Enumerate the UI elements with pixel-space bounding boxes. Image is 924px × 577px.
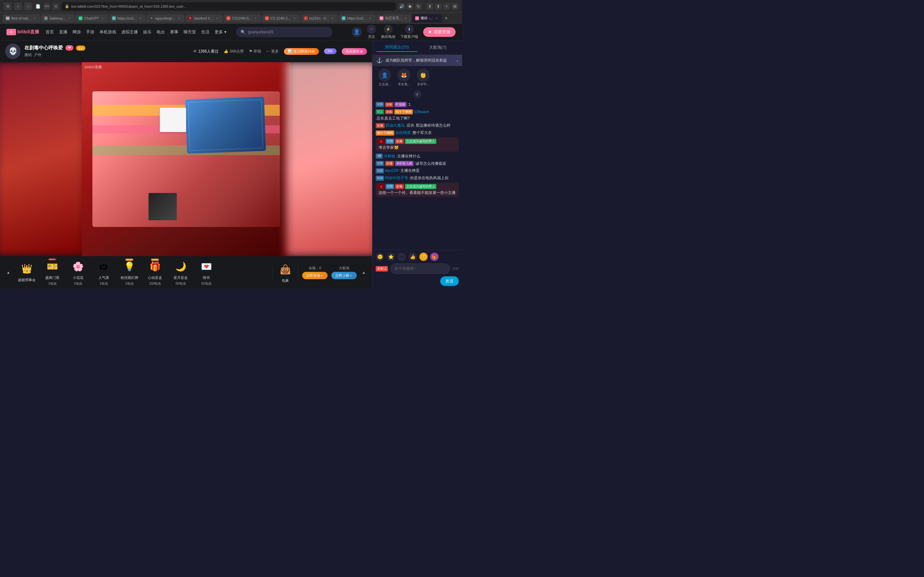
gift-item-heartbox[interactable]: 🎁 首抽 心动盲盒 150电池 — [144, 259, 166, 286]
ranking-badge[interactable]: 📊 生活榜第16名 — [284, 48, 319, 55]
more-options-btn[interactable]: ⋯ 更多 — [266, 49, 279, 54]
nav-radio[interactable]: 电台 — [157, 28, 165, 36]
msg-3-badge: 剧毒 — [376, 123, 384, 128]
audience-item-2[interactable]: 🦊 禾女鬼... — [396, 69, 412, 87]
nav-live[interactable]: 直播 — [59, 28, 67, 36]
chat-toolbar: 🙂 ⭐ ⋯ 👍 😊 🎁 — [376, 253, 459, 261]
nav-home[interactable]: 首页 — [45, 28, 54, 36]
streamer-avatar[interactable]: 💀 — [5, 44, 21, 59]
nav-search[interactable]: 🔍 guanyuhan426 — [236, 27, 333, 37]
tab-bili-live[interactable]: b 搬砖 -... × — [412, 14, 442, 23]
go-live-btn[interactable]: ▶ 我要开播 — [423, 27, 456, 37]
emoji-btn[interactable]: 🙂 — [376, 253, 384, 261]
thumb-up-btn[interactable]: 👍 — [409, 253, 417, 261]
gift-item-ticket[interactable]: 🎫 BLS 盛典门票 1电池 — [41, 259, 63, 286]
tab-close-dongman[interactable]: × — [404, 16, 408, 21]
gift-item-fanlight[interactable]: 💡 首抽 粉丝团灯牌 1电池 — [118, 259, 141, 286]
tab-close-cs224n1[interactable]: × — [254, 16, 258, 21]
refresh-icon[interactable]: ↻ — [415, 3, 422, 10]
user-avatar[interactable]: 👤 — [352, 27, 362, 37]
address-bar[interactable]: 🔒 live.bilibili.com/321?live_from=85001&… — [61, 2, 396, 11]
download-btn[interactable]: ⬇ 下载客户端 — [401, 25, 418, 39]
share-icon[interactable]: ⬆ — [435, 3, 441, 10]
ship-btn[interactable]: 立即上船＞ — [331, 272, 357, 279]
gift-btn[interactable]: 🎁 — [430, 253, 439, 261]
gift-item-popularity[interactable]: 🎟 人气票 1电池 — [92, 259, 115, 286]
tab-close-bed[interactable]: × — [32, 16, 37, 21]
tab-close-cs224n2[interactable]: × — [292, 16, 297, 21]
tab-stanford[interactable]: S Stanford C... × — [185, 14, 223, 23]
tab-close-cs2-2[interactable]: × — [368, 16, 373, 21]
bili-logo[interactable]: B bilibili直播 — [6, 29, 39, 35]
more-tools-btn[interactable]: ⋯ — [397, 253, 406, 261]
nav-phone-game[interactable]: 手游 — [86, 28, 94, 36]
first-draw-badge-2: 首抽 — [151, 259, 159, 261]
gift-scroll-down[interactable]: ▲ — [360, 269, 367, 276]
prize-badge[interactable]: 高高额奖金 — [342, 48, 367, 55]
msg-8-content: V10 wyu229 :主播在烤蛋 — [376, 168, 420, 173]
report-btn[interactable]: ⚑ 举报 — [249, 49, 261, 54]
audience-item-1[interactable]: 👤 立志成... — [376, 69, 393, 87]
reader-icon[interactable]: ≡ — [53, 3, 59, 10]
tab-close-nguyn[interactable]: × — [177, 16, 181, 21]
nav-more[interactable]: 更多 ▾ — [215, 28, 226, 36]
new-tab-icon[interactable]: + — [443, 3, 450, 10]
forward-btn[interactable]: › — [24, 3, 32, 10]
gift-item-moonbox[interactable]: 🌙 星月盲盒 50电池 — [170, 259, 192, 286]
star-btn[interactable]: 😊 — [419, 253, 428, 261]
tab-saliency[interactable]: S Saliency... × — [41, 14, 75, 23]
nav-chat[interactable]: 聊天室 — [184, 28, 196, 36]
tab-bed-nails[interactable]: 🛏 Bed of nail... × — [3, 14, 40, 23]
send-btn[interactable]: 发送 — [440, 276, 459, 286]
tab-cs231n[interactable]: c cs231n - V... × — [300, 14, 338, 23]
tab-close-cs2-1[interactable]: × — [138, 16, 142, 21]
gift-bag-item[interactable]: 👜 包裹 — [276, 261, 294, 283]
tag-bricks[interactable]: 搬砖 — [24, 52, 32, 58]
gift-scroll-up[interactable]: ▲ — [5, 269, 11, 276]
nav-mobile-game[interactable]: 网游 — [73, 28, 81, 36]
tab-fleet[interactable]: 大航海(7) — [417, 43, 459, 52]
sidebar-toggle-btn[interactable]: ⊟ — [4, 3, 11, 10]
tab-cs224n-2[interactable]: C CS 224N 2... × — [262, 14, 300, 23]
window-icon[interactable]: ⊞ — [452, 3, 458, 10]
like-count[interactable]: 👍 349点赞 — [224, 49, 244, 54]
pk-badge[interactable]: PK — [324, 48, 336, 54]
tab-close-stanford[interactable]: × — [215, 16, 220, 21]
dev-tools-icon[interactable]: </> — [44, 3, 50, 10]
tab-cs2-2[interactable]: S https://cs2... × — [338, 14, 375, 23]
nav-vtuber[interactable]: 虚拟主播 — [121, 28, 138, 36]
download-icon[interactable]: ⬇ — [427, 3, 433, 10]
gift-shortcut-btn[interactable]: ⭐ — [387, 253, 395, 261]
heart-badge[interactable]: ❤ — [65, 45, 73, 51]
tab-close-saliency[interactable]: × — [67, 16, 71, 21]
screen-record-icon[interactable]: ⏺ — [407, 3, 413, 10]
tag-outdoor[interactable]: 户外 — [34, 52, 42, 58]
follow-btn[interactable]: ♡ 关注 — [367, 25, 376, 39]
tab-close-chatgpt[interactable]: × — [100, 16, 105, 21]
gift-item-council[interactable]: 👑 超能理事会 — [15, 261, 38, 284]
gift-item-loverletter[interactable]: 💌 情书 52电池 — [195, 259, 218, 286]
buy-energy-btn[interactable]: ⚡ 购买电池 — [381, 25, 395, 39]
tab-close-cs231n[interactable]: × — [330, 16, 334, 21]
nav-sports[interactable]: 赛事 — [170, 28, 178, 36]
nav-entertainment[interactable]: 娱乐 — [143, 28, 152, 36]
new-tab-btn[interactable]: + — [444, 16, 449, 21]
gift-item-flower[interactable]: 🌸 小花花 1电池 — [67, 259, 89, 286]
chat-input-field[interactable] — [391, 263, 450, 274]
follow-icon: ♡ — [367, 25, 376, 34]
tab-nguynking[interactable]: ⊙ nguynking/... × — [146, 14, 184, 23]
tab-dongman[interactable]: 动 动态首页... × — [376, 14, 411, 23]
volume-icon[interactable]: 🔊 — [399, 3, 405, 10]
nav-life[interactable]: 生活 — [201, 28, 210, 36]
expand-audience-btn[interactable]: ∨ — [373, 89, 462, 99]
tab-cs2-1[interactable]: S https://cs2... × — [109, 14, 145, 23]
back-btn[interactable]: ‹ — [14, 3, 22, 10]
tab-audience[interactable]: 房间观众(25) — [376, 43, 417, 52]
captain-banner[interactable]: ⚓ 成为舰队指挥官，解锁房间冠名权益 › — [373, 55, 462, 66]
nav-single-game[interactable]: 单机游戏 — [99, 28, 116, 36]
tab-close-bili-live[interactable]: × — [435, 16, 439, 21]
audience-item-3[interactable]: 👶 岁岁年... — [415, 69, 431, 87]
tab-chatgpt[interactable]: C ChatGPT × — [75, 14, 108, 23]
charge-btn[interactable]: 立即充值＞ — [302, 272, 328, 279]
tab-cs224n-1[interactable]: C CS224N S... × — [223, 14, 261, 23]
